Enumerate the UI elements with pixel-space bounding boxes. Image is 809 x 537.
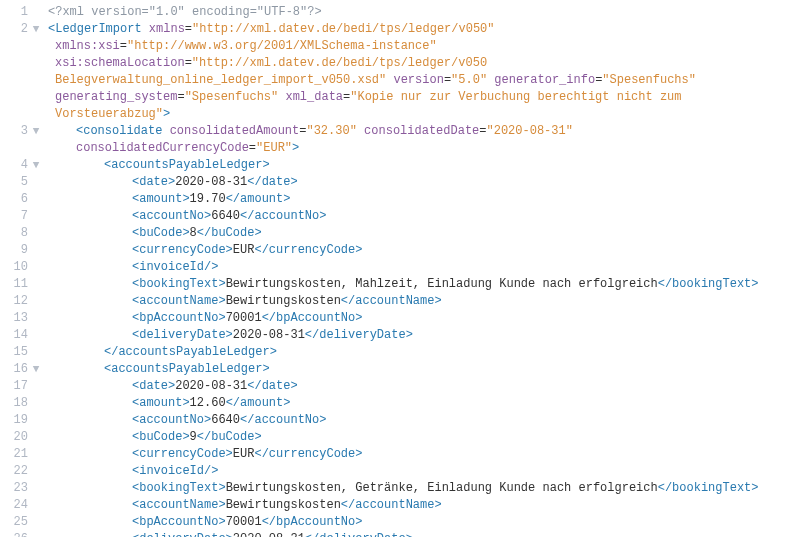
line-number: 21 bbox=[10, 446, 28, 463]
code-line: <date>2020-08-31</date> bbox=[48, 378, 797, 395]
code-line: <accountsPayableLedger> bbox=[48, 361, 797, 378]
code-line: <consolidate consolidatedAmount="32.30" … bbox=[48, 123, 797, 157]
code-line: <deliveryDate>2020-08-31</deliveryDate> bbox=[48, 327, 797, 344]
code-line: <bookingText>Bewirtungskosten, Mahlzeit,… bbox=[48, 276, 797, 293]
code-line: <deliveryDate>2020-08-31</deliveryDate> bbox=[48, 531, 797, 537]
line-number: 5 bbox=[10, 174, 28, 191]
gutter-line: 16▼ bbox=[10, 361, 42, 378]
code-line: <bookingText>Bewirtungskosten, Getränke,… bbox=[48, 480, 797, 497]
gutter-line: 10 bbox=[10, 259, 42, 276]
fold-marker[interactable]: ▼ bbox=[30, 157, 42, 174]
line-number: 4 bbox=[10, 157, 28, 174]
code-line: <accountNo>6640</accountNo> bbox=[48, 208, 797, 225]
gutter-line: 17 bbox=[10, 378, 42, 395]
line-number: 18 bbox=[10, 395, 28, 412]
line-number: 2 bbox=[10, 21, 28, 38]
line-number: 8 bbox=[10, 225, 28, 242]
line-number: 7 bbox=[10, 208, 28, 225]
code-line: <accountNo>6640</accountNo> bbox=[48, 412, 797, 429]
gutter-line: 4▼ bbox=[10, 157, 42, 174]
code-line: <accountName>Bewirtungskosten</accountNa… bbox=[48, 293, 797, 310]
fold-marker[interactable]: ▼ bbox=[30, 123, 42, 140]
line-number: 10 bbox=[10, 259, 28, 276]
code-line: <amount>12.60</amount> bbox=[48, 395, 797, 412]
code-line: <?xml version="1.0" encoding="UTF-8"?> bbox=[48, 4, 797, 21]
line-number: 14 bbox=[10, 327, 28, 344]
gutter-line: 20 bbox=[10, 429, 42, 446]
code-line: <currencyCode>EUR</currencyCode> bbox=[48, 446, 797, 463]
gutter-line: 22 bbox=[10, 463, 42, 480]
code-line: <accountsPayableLedger> bbox=[48, 157, 797, 174]
code-line: <buCode>9</buCode> bbox=[48, 429, 797, 446]
fold-marker[interactable]: ▼ bbox=[30, 21, 42, 38]
line-number: 16 bbox=[10, 361, 28, 378]
line-number: 22 bbox=[10, 463, 28, 480]
fold-marker[interactable]: ▼ bbox=[30, 361, 42, 378]
line-number: 25 bbox=[10, 514, 28, 531]
code-line: <accountName>Bewirtungskosten</accountNa… bbox=[48, 497, 797, 514]
line-number-gutter: 12▼3▼4▼5678910111213141516▼1718192021222… bbox=[0, 4, 48, 537]
code-line-continuation: generating_system="Spesenfuchs" xml_data… bbox=[48, 89, 797, 123]
code-line: <date>2020-08-31</date> bbox=[48, 174, 797, 191]
code-line: <currencyCode>EUR</currencyCode> bbox=[48, 242, 797, 259]
code-line: <bpAccountNo>70001</bpAccountNo> bbox=[48, 514, 797, 531]
gutter-line bbox=[10, 55, 42, 89]
gutter-line: 15 bbox=[10, 344, 42, 361]
line-number: 23 bbox=[10, 480, 28, 497]
line-number: 11 bbox=[10, 276, 28, 293]
line-number: 24 bbox=[10, 497, 28, 514]
gutter-line: 18 bbox=[10, 395, 42, 412]
gutter-line: 19 bbox=[10, 412, 42, 429]
code-area: <?xml version="1.0" encoding="UTF-8"?><L… bbox=[48, 4, 809, 537]
gutter-line: 25 bbox=[10, 514, 42, 531]
code-line: </accountsPayableLedger> bbox=[48, 344, 797, 361]
code-line: <invoiceId/> bbox=[48, 463, 797, 480]
gutter-line: 13 bbox=[10, 310, 42, 327]
gutter-line: 12 bbox=[10, 293, 42, 310]
gutter-line: 5 bbox=[10, 174, 42, 191]
gutter-line: 8 bbox=[10, 225, 42, 242]
gutter-line: 21 bbox=[10, 446, 42, 463]
line-number: 1 bbox=[10, 4, 28, 21]
gutter-line: 14 bbox=[10, 327, 42, 344]
line-number: 26 bbox=[10, 531, 28, 537]
gutter-line: 7 bbox=[10, 208, 42, 225]
gutter-line bbox=[10, 89, 42, 123]
gutter-line: 1 bbox=[10, 4, 42, 21]
line-number: 20 bbox=[10, 429, 28, 446]
gutter-line: 3▼ bbox=[10, 123, 42, 157]
gutter-line: 6 bbox=[10, 191, 42, 208]
code-line: <LedgerImport xmlns="http://xml.datev.de… bbox=[48, 21, 797, 38]
code-line: <buCode>8</buCode> bbox=[48, 225, 797, 242]
code-line: <amount>19.70</amount> bbox=[48, 191, 797, 208]
line-number: 19 bbox=[10, 412, 28, 429]
line-number: 13 bbox=[10, 310, 28, 327]
gutter-line: 11 bbox=[10, 276, 42, 293]
gutter-line: 23 bbox=[10, 480, 42, 497]
gutter-line: 24 bbox=[10, 497, 42, 514]
gutter-line: 26 bbox=[10, 531, 42, 537]
code-line-continuation: xmlns:xsi="http://www.w3.org/2001/XMLSch… bbox=[48, 38, 797, 55]
code-line: <invoiceId/> bbox=[48, 259, 797, 276]
gutter-line: 2▼ bbox=[10, 21, 42, 38]
line-number: 15 bbox=[10, 344, 28, 361]
code-line: <bpAccountNo>70001</bpAccountNo> bbox=[48, 310, 797, 327]
gutter-line: 9 bbox=[10, 242, 42, 259]
line-number: 6 bbox=[10, 191, 28, 208]
code-line-continuation: xsi:schemaLocation="http://xml.datev.de/… bbox=[48, 55, 797, 89]
xml-editor: 12▼3▼4▼5678910111213141516▼1718192021222… bbox=[0, 0, 809, 537]
line-number: 3 bbox=[10, 123, 28, 140]
line-number: 12 bbox=[10, 293, 28, 310]
line-number: 9 bbox=[10, 242, 28, 259]
line-number: 17 bbox=[10, 378, 28, 395]
gutter-line bbox=[10, 38, 42, 55]
